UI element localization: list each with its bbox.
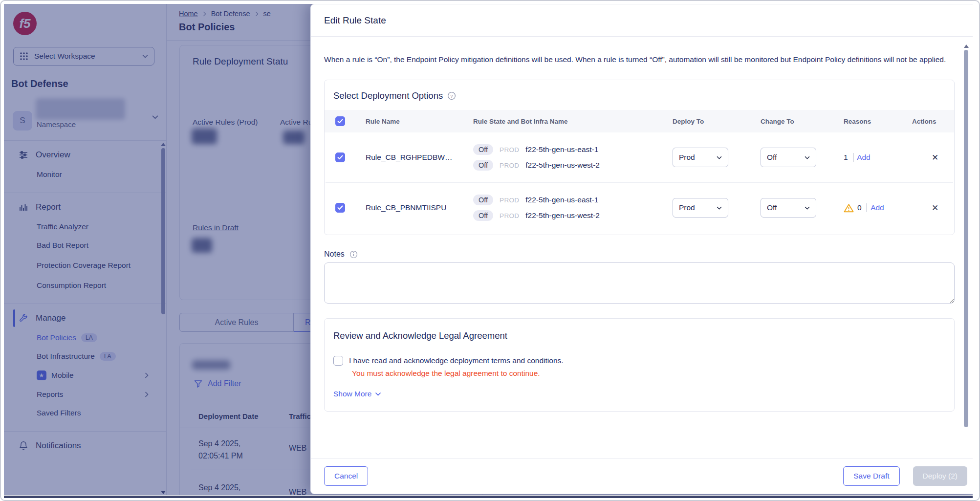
- show-more-link[interactable]: Show More: [333, 390, 381, 398]
- viewport: f5 Select Workspace Bot Defense: [4, 4, 973, 495]
- legal-agreement-card: Review and Acknowledge Legal Agreement I…: [324, 318, 955, 412]
- drawer-description: When a rule is “On”, the Endpoint Policy…: [324, 53, 957, 66]
- rule-name: Rule_CB_PBNMTIISPU: [354, 203, 461, 212]
- deploy-to-select[interactable]: Prod: [673, 198, 728, 218]
- legal-agreement-checkbox[interactable]: [333, 356, 343, 366]
- column-rule-name: Rule Name: [354, 118, 461, 125]
- show-more-label: Show More: [333, 390, 371, 398]
- legal-title: Review and Acknowledge Legal Agreement: [333, 330, 954, 341]
- reasons-count: 0: [857, 203, 862, 212]
- deploy-to-select[interactable]: Prod: [673, 148, 728, 167]
- reasons-count: 1: [844, 153, 848, 162]
- rule-infra-list: Off PROD f22-5th-gen-us-east-1 Off PROD …: [461, 144, 661, 171]
- env-label: PROD: [500, 196, 519, 204]
- infra-name: f22-5th-gen-us-west-2: [525, 161, 600, 170]
- options-table-header: Rule Name Rule State and Bot Infra Name …: [325, 110, 954, 132]
- modal-scrollbar-thumb[interactable]: [964, 50, 968, 427]
- svg-text:?: ?: [450, 93, 453, 99]
- notes-label: Notes: [324, 250, 345, 259]
- deploy-to-value: Prod: [679, 203, 695, 212]
- rule-state-badge: Off: [473, 195, 493, 205]
- app-window: f5 Select Workspace Bot Defense: [0, 0, 980, 501]
- change-to-value: Off: [767, 203, 777, 212]
- scroll-up-arrow[interactable]: [964, 44, 969, 48]
- remove-rule-button[interactable]: ✕: [929, 152, 941, 164]
- infra-name: f22-5th-gen-us-east-1: [525, 145, 598, 154]
- infra-name: f22-5th-gen-us-west-2: [525, 211, 600, 220]
- env-label: PROD: [500, 212, 519, 219]
- rule-infra-list: Off PROD f22-5th-gen-us-east-1 Off PROD …: [461, 195, 661, 221]
- rule-state-badge: Off: [473, 210, 493, 221]
- rule-name: Rule_CB_RGHPEDBW…: [354, 153, 461, 162]
- legal-checkbox-label: I have read and acknowledge deployment t…: [349, 356, 564, 365]
- drawer-body: When a rule is “On”, the Endpoint Policy…: [311, 37, 964, 458]
- chevron-down-icon: [717, 206, 722, 210]
- cancel-button[interactable]: Cancel: [324, 466, 368, 486]
- column-change-to: Change To: [749, 118, 832, 125]
- chevron-down-icon: [717, 156, 722, 159]
- change-to-select[interactable]: Off: [761, 198, 816, 218]
- add-reason-link[interactable]: Add: [871, 203, 884, 212]
- reasons-cell: 1 Add: [832, 153, 900, 162]
- remove-rule-button[interactable]: ✕: [929, 202, 941, 214]
- deployment-options-card: Select Deployment Options ?: [324, 80, 955, 235]
- rule-state-badge: Off: [473, 144, 493, 155]
- chevron-down-icon: [805, 206, 810, 210]
- save-draft-button[interactable]: Save Draft: [843, 466, 899, 486]
- reasons-cell: 0 Add: [832, 203, 900, 213]
- deploy-button[interactable]: Deploy (2): [913, 466, 968, 486]
- column-reasons: Reasons: [832, 118, 900, 125]
- column-actions: Actions: [900, 118, 954, 125]
- reasons-separator: [853, 153, 854, 162]
- deployment-options-title: Select Deployment Options: [333, 90, 443, 101]
- change-to-value: Off: [767, 153, 777, 162]
- chevron-down-icon: [805, 156, 810, 159]
- infra-name: f22-5th-gen-us-east-1: [525, 196, 598, 204]
- reasons-separator: [867, 203, 868, 212]
- help-icon[interactable]: ?: [447, 91, 456, 100]
- deploy-to-value: Prod: [679, 153, 695, 162]
- drawer-header: Edit Rule State: [311, 4, 973, 37]
- change-to-select[interactable]: Off: [761, 148, 816, 167]
- legal-error-message: You must acknowledge the legal agreement…: [352, 369, 954, 378]
- modal-scrollbar[interactable]: [964, 44, 969, 456]
- select-all-checkbox[interactable]: [335, 116, 345, 126]
- window-bottom-edge: [4, 496, 973, 498]
- column-rule-state: Rule State and Bot Infra Name: [461, 118, 661, 125]
- select-rule-checkbox[interactable]: [335, 203, 345, 213]
- env-label: PROD: [500, 146, 519, 153]
- drawer-title: Edit Rule State: [324, 15, 386, 26]
- column-deploy-to: Deploy To: [661, 118, 749, 125]
- drawer-footer: Cancel Save Draft Deploy (2): [311, 458, 973, 494]
- rule-state-badge: Off: [473, 160, 493, 171]
- chevron-down-icon: [375, 392, 381, 396]
- warning-icon: [844, 203, 854, 213]
- rule-row: Rule_CB_PBNMTIISPU Off PROD f22-5th-gen-…: [325, 183, 954, 233]
- edit-rule-state-drawer: Edit Rule State When a rule is “On”, the…: [310, 4, 973, 494]
- rule-row: Rule_CB_RGHPEDBW… Off PROD f22-5th-gen-u…: [325, 132, 954, 182]
- info-icon[interactable]: [349, 250, 358, 259]
- env-label: PROD: [500, 162, 519, 169]
- add-reason-link[interactable]: Add: [857, 153, 871, 162]
- notes-textarea[interactable]: [324, 262, 955, 304]
- select-rule-checkbox[interactable]: [335, 152, 345, 162]
